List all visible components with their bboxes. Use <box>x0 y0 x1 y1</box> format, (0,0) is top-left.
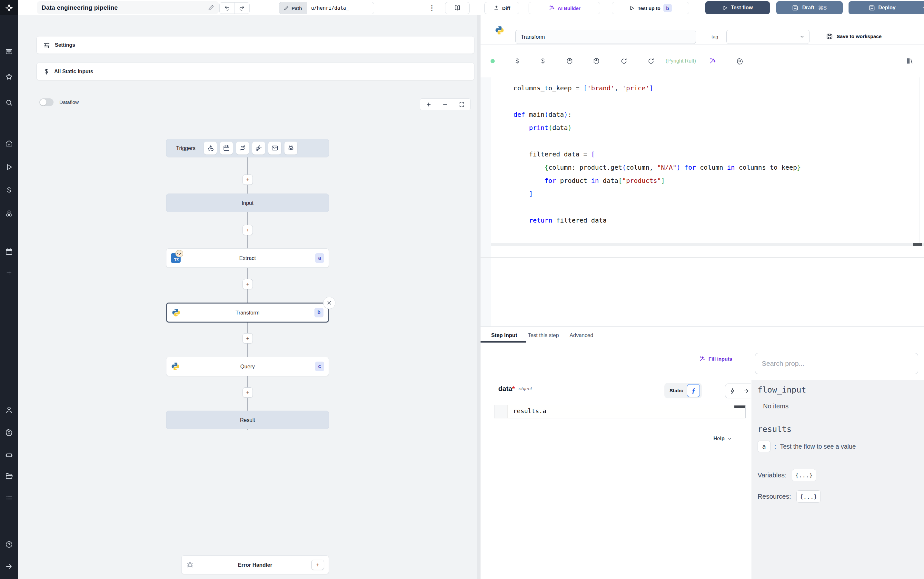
insert-step-button-5[interactable]: ＋ <box>243 388 253 398</box>
test-up-to-step-badge[interactable]: b <box>663 4 672 12</box>
resources-icon[interactable] <box>0 208 18 219</box>
deploy-button[interactable]: Deploy <box>849 1 916 14</box>
search-prop-input[interactable] <box>755 353 918 374</box>
tab-step-input[interactable]: Step Input <box>491 332 518 339</box>
package-icon[interactable] <box>556 57 583 64</box>
code-content[interactable]: columns_to_keep = ['brand', 'price'] def… <box>513 82 801 227</box>
fill-inputs-button[interactable]: Fill inputs <box>699 356 732 362</box>
help-dropdown[interactable]: Help <box>713 436 732 442</box>
extract-node-id-badge: a <box>315 253 324 263</box>
variables-icon[interactable] <box>0 185 18 196</box>
static-mode-label[interactable]: Static <box>669 388 683 394</box>
query-node[interactable]: Query c <box>166 357 329 376</box>
test-flow-button[interactable]: Test flow <box>705 1 770 14</box>
insert-variable-icon[interactable] <box>504 58 530 64</box>
save-to-workspace-button[interactable]: Save to workspace <box>826 33 882 40</box>
poll-watch-trigger-icon[interactable] <box>284 142 297 154</box>
plug-connect-icon[interactable] <box>729 388 736 394</box>
input-node[interactable]: Input <box>166 193 329 212</box>
flow-settings-button[interactable]: Settings <box>36 36 474 54</box>
code-editor[interactable]: columns_to_keep = ['brand', 'price'] def… <box>480 77 924 327</box>
plug-trigger-icon[interactable] <box>252 142 265 154</box>
help-icon[interactable] <box>0 539 18 550</box>
test-up-to-button[interactable]: Test up to b <box>612 2 689 14</box>
path-button[interactable]: Path u/henri/data_ <box>279 2 374 14</box>
webhook-trigger-icon[interactable] <box>204 142 217 154</box>
library-icon[interactable] <box>895 57 924 64</box>
more-options-kebab-icon[interactable]: ⋮ <box>427 3 437 13</box>
edit-title-pencil-icon[interactable] <box>208 5 214 11</box>
user-icon[interactable] <box>0 404 18 415</box>
insert-step-button-2[interactable]: ＋ <box>243 225 253 235</box>
draft-button[interactable]: Draft ⌘S <box>776 1 843 14</box>
undo-icon[interactable] <box>220 3 235 13</box>
lint-status-label[interactable]: (Pyright Ruff) <box>666 58 696 64</box>
diff-button[interactable]: Diff <box>485 2 519 14</box>
result-key-badge[interactable]: a <box>757 441 771 452</box>
assistant-status-dot <box>480 59 504 63</box>
insert-resource-icon[interactable] <box>530 58 556 64</box>
arrow-right-icon[interactable] <box>743 388 749 394</box>
editor-hscrollbar[interactable] <box>491 243 924 246</box>
add-error-handler-button[interactable]: ＋ <box>311 559 324 570</box>
panel-splitter[interactable] <box>477 15 480 579</box>
test-up-to-label: Test up to <box>638 5 661 11</box>
schedule-trigger-icon[interactable] <box>220 142 233 154</box>
route-trigger-icon[interactable] <box>236 142 249 154</box>
workspace-icon[interactable] <box>0 46 18 57</box>
javascript-expr-mode-button[interactable]: ƒ <box>687 384 700 397</box>
editor-settings-gear-icon[interactable] <box>727 57 753 64</box>
dataflow-toggle[interactable] <box>39 98 54 106</box>
tab-test-this-step[interactable]: Test this step <box>528 332 559 339</box>
tab-advanced[interactable]: Advanced <box>570 332 593 339</box>
result-node[interactable]: Result <box>166 411 329 429</box>
collapse-arrow-icon[interactable] <box>0 561 18 572</box>
package-alt-icon[interactable] <box>583 57 609 64</box>
delete-step-close-icon[interactable] <box>323 297 335 309</box>
transform-node[interactable]: Transform b <box>166 303 329 322</box>
results-section-label[interactable]: results <box>757 425 792 434</box>
workers-bot-icon[interactable] <box>0 449 18 461</box>
path-value[interactable]: u/henri/data_ <box>307 2 374 14</box>
reset-icon[interactable] <box>638 58 664 64</box>
insert-step-button-3[interactable]: ＋ <box>243 279 253 290</box>
error-handler-node[interactable]: Error Handler ＋ <box>181 556 329 574</box>
reload-icon[interactable] <box>609 58 638 64</box>
runs-icon[interactable] <box>0 161 18 173</box>
insert-step-button-1[interactable]: ＋ <box>243 175 253 185</box>
tag-select[interactable] <box>726 29 810 44</box>
expr-input-value[interactable]: results.a <box>513 407 546 414</box>
deploy-dropdown-chevron-icon[interactable] <box>916 1 924 14</box>
audit-logs-icon[interactable] <box>0 492 18 504</box>
flow-input-section-label[interactable]: flow_input <box>757 385 806 394</box>
query-node-id-badge: c <box>315 361 324 371</box>
redo-icon[interactable] <box>235 3 250 13</box>
extract-node-label: Extract <box>167 255 329 261</box>
insert-step-button-4[interactable]: ＋ <box>243 333 253 343</box>
search-icon[interactable] <box>0 97 18 108</box>
extract-node[interactable]: TS Extract a <box>166 249 329 268</box>
props-explorer-panel: flow_input No items results a : Test the… <box>751 343 924 579</box>
python-icon <box>171 308 181 317</box>
docs-book-button[interactable] <box>445 2 470 14</box>
folders-icon[interactable] <box>0 470 18 482</box>
expr-input[interactable]: results.a <box>494 405 746 419</box>
home-icon[interactable] <box>0 137 18 149</box>
email-trigger-icon[interactable] <box>268 142 281 154</box>
ai-builder-button[interactable]: AI Builder <box>529 2 600 14</box>
editor-hscrollbar-handle[interactable] <box>913 243 922 246</box>
windmill-logo-icon[interactable] <box>0 0 18 15</box>
all-static-inputs-button[interactable]: All Static Inputs <box>36 62 474 80</box>
step-name-input[interactable] <box>515 29 696 44</box>
triggers-node[interactable]: Triggers <box>166 139 329 157</box>
favorites-star-icon[interactable] <box>0 71 18 83</box>
resources-expand-badge[interactable]: {...} <box>796 490 821 502</box>
zoom-out-icon[interactable] <box>442 101 448 107</box>
fit-view-icon[interactable] <box>459 101 465 107</box>
schedules-icon[interactable] <box>0 246 18 257</box>
ai-assist-wand-icon[interactable] <box>698 57 727 64</box>
settings-gear-icon[interactable] <box>0 427 18 438</box>
zoom-in-icon[interactable] <box>426 101 431 107</box>
add-menu-icon[interactable] <box>0 267 18 279</box>
variables-expand-badge[interactable]: {...} <box>792 469 816 481</box>
